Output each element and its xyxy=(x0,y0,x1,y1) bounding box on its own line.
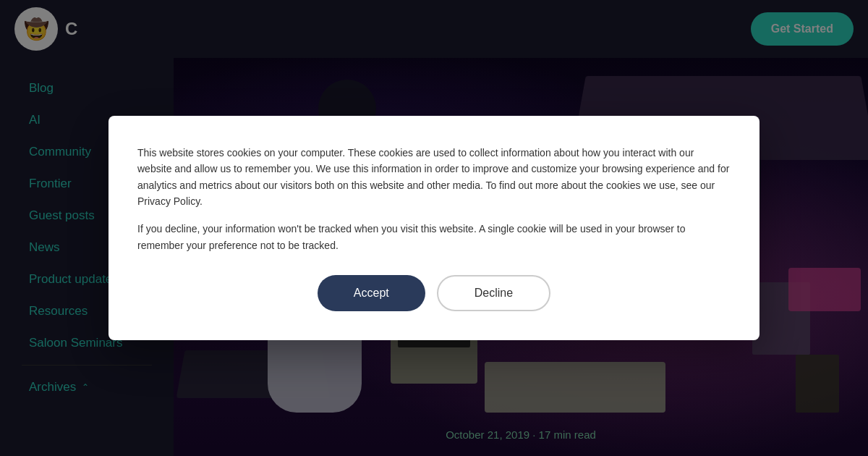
accept-button[interactable]: Accept xyxy=(318,275,425,311)
cookie-overlay: This website stores cookies on your comp… xyxy=(0,0,868,456)
cookie-text-primary: This website stores cookies on your comp… xyxy=(137,145,731,210)
cookie-text-2-content: If you decline, your information won't b… xyxy=(137,223,686,250)
cookie-buttons: Accept Decline xyxy=(137,275,731,311)
cookie-text-1-content: This website stores cookies on your comp… xyxy=(137,147,729,207)
cookie-modal: This website stores cookies on your comp… xyxy=(109,116,760,340)
cookie-text-secondary: If you decline, your information won't b… xyxy=(137,221,731,253)
decline-button[interactable]: Decline xyxy=(437,275,550,311)
